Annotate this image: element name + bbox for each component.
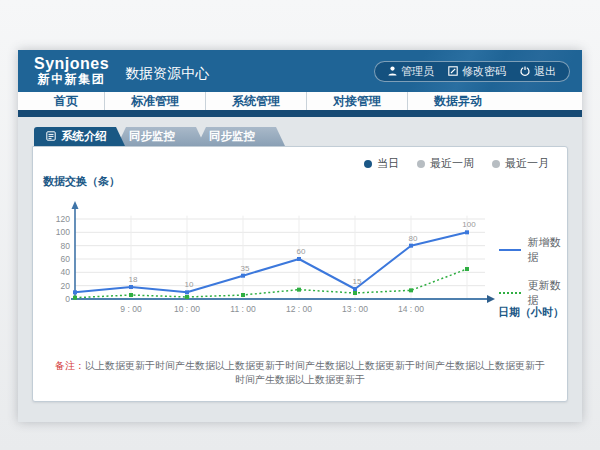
svg-text:11 : 00: 11 : 00: [230, 304, 256, 314]
radio-label: 最近一月: [505, 156, 549, 171]
brand-logo-name: Synjones: [34, 56, 109, 73]
tab-label: 系统介绍: [61, 129, 107, 144]
radio-label: 当日: [377, 156, 399, 171]
radio-last-month[interactable]: 最近一月: [492, 156, 549, 171]
svg-text:60: 60: [297, 247, 306, 256]
svg-text:100: 100: [462, 220, 476, 229]
tab-sync-monitor-2[interactable]: 同步监控: [197, 127, 285, 146]
svg-text:80: 80: [409, 234, 418, 243]
tab-sync-monitor-1[interactable]: 同步监控: [117, 127, 205, 146]
nav-item-home[interactable]: 首页: [28, 92, 104, 110]
nav-item-system-mgmt[interactable]: 系统管理: [205, 92, 306, 110]
brand-logo[interactable]: Synjones 新中新集团: [34, 56, 109, 85]
radio-dot: [417, 160, 425, 168]
radio-today[interactable]: 当日: [364, 156, 399, 171]
svg-text:9 : 00: 9 : 00: [120, 304, 142, 314]
tab-label: 同步监控: [209, 129, 255, 144]
radio-dot: [364, 160, 372, 168]
brand-logo-subtitle: 新中新集团: [34, 73, 109, 86]
main-nav: 首页 标准管理 系统管理 对接管理 数据异动: [18, 92, 582, 110]
footnote-text: 以上数据更新于时间产生数据以上数据更新于时间产生数据以上数据更新于时间产生数据以…: [85, 360, 545, 385]
svg-text:10: 10: [185, 280, 194, 289]
logout-label: 退出: [534, 64, 556, 79]
svg-text:14 : 00: 14 : 00: [398, 304, 424, 314]
legend-line-sample: [499, 292, 521, 294]
svg-text:20: 20: [61, 281, 71, 291]
app-window: Synjones 新中新集团 数据资源中心 管理员 修改密码 退出: [18, 50, 582, 422]
tab-label: 同步监控: [129, 129, 175, 144]
legend-label: 更新数据: [528, 278, 567, 308]
legend-item-updated-data: 更新数据: [499, 278, 567, 308]
svg-text:12 : 00: 12 : 00: [286, 304, 312, 314]
document-icon: [46, 131, 56, 143]
change-password-button[interactable]: 修改密码: [448, 64, 506, 79]
y-axis-title: 数据交换（条）: [43, 174, 120, 189]
legend-item-new-data: 新增数据: [499, 235, 567, 265]
radio-dot: [492, 160, 500, 168]
svg-text:35: 35: [241, 264, 250, 273]
power-icon: [520, 66, 530, 76]
logout-button[interactable]: 退出: [520, 64, 556, 79]
nav-item-standard-mgmt[interactable]: 标准管理: [104, 92, 205, 110]
app-header: Synjones 新中新集团 数据资源中心 管理员 修改密码 退出: [18, 50, 582, 92]
change-password-label: 修改密码: [462, 64, 506, 79]
svg-text:40: 40: [61, 267, 71, 277]
legend-line-sample: [499, 249, 521, 251]
desktop-background: Synjones 新中新集团 数据资源中心 管理员 修改密码 退出: [0, 0, 600, 450]
user-icon: [388, 66, 397, 76]
svg-text:0: 0: [65, 294, 70, 304]
svg-text:80: 80: [61, 241, 71, 251]
radio-last-week[interactable]: 最近一周: [417, 156, 474, 171]
nav-item-interface-mgmt[interactable]: 对接管理: [306, 92, 407, 110]
page-title: 数据资源中心: [125, 59, 209, 83]
time-range-filter: 当日 最近一周 最近一月: [364, 156, 549, 171]
legend-label: 新增数据: [528, 235, 567, 265]
tab-bar: 系统介绍 同步监控 同步监控: [34, 127, 568, 146]
svg-text:120: 120: [56, 214, 70, 224]
nav-item-data-change[interactable]: 数据异动: [407, 92, 508, 110]
radio-label: 最近一周: [430, 156, 474, 171]
current-user-label: 管理员: [401, 64, 434, 79]
chart-legend: 新增数据 更新数据: [499, 235, 567, 308]
user-toolbar: 管理员 修改密码 退出: [374, 61, 570, 82]
svg-text:100: 100: [56, 227, 70, 237]
chart-panel: 当日 最近一周 最近一月 数据交换（条） 0204060801001209 : …: [32, 146, 568, 402]
footnote: 备注：以上数据更新于时间产生数据以上数据更新于时间产生数据以上数据更新于时间产生…: [33, 359, 567, 387]
tab-system-intro[interactable]: 系统介绍: [34, 127, 125, 146]
svg-text:60: 60: [61, 254, 71, 264]
line-chart: 0204060801001209 : 0010 : 0011 : 0012 : …: [45, 191, 503, 327]
footnote-prefix: 备注：: [55, 360, 85, 371]
nav-underline-bar: [18, 110, 582, 117]
svg-text:13 : 00: 13 : 00: [342, 304, 368, 314]
edit-icon: [448, 66, 458, 76]
chart-canvas: 0204060801001209 : 0010 : 0011 : 0012 : …: [45, 191, 503, 323]
svg-text:10 : 00: 10 : 00: [174, 304, 200, 314]
svg-text:18: 18: [129, 275, 138, 284]
current-user-button[interactable]: 管理员: [388, 64, 434, 79]
content-area: 系统介绍 同步监控 同步监控 当日: [18, 117, 582, 422]
svg-text:15: 15: [353, 277, 362, 286]
